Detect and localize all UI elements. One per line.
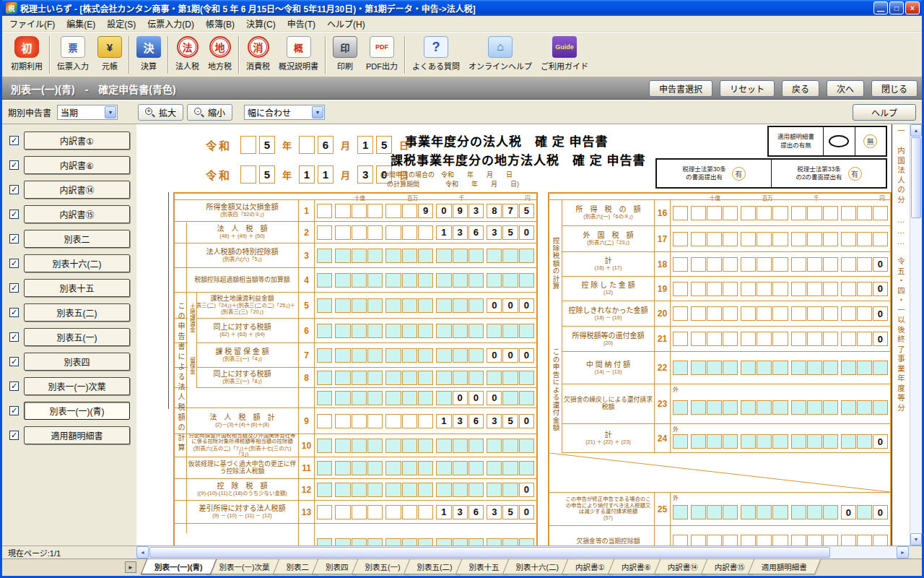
digit-cell[interactable] [791, 434, 806, 449]
digit-cell[interactable] [367, 439, 383, 453]
digit-cell[interactable] [468, 273, 484, 288]
digit-cell[interactable] [741, 400, 756, 415]
zoom-out-button[interactable]: - 縮小 [187, 104, 232, 121]
digit-cell[interactable]: 0 [436, 204, 451, 218]
digit-cell[interactable]: 9 [418, 204, 433, 218]
fit-width-select[interactable]: 幅に合わせ ▼ [244, 105, 325, 120]
maximize-button[interactable]: □ [889, 1, 904, 14]
initial-setup-button[interactable]: 初初期利用 [6, 35, 47, 73]
digit-cell[interactable] [502, 538, 518, 546]
digit-cell[interactable] [741, 206, 756, 220]
digit-cell[interactable] [841, 257, 856, 272]
digit-cell[interactable] [741, 232, 756, 246]
corporate-tax-button[interactable]: 法法人税 [171, 35, 204, 73]
sidebar-item[interactable]: 別表十五 [24, 279, 130, 297]
digit-cell[interactable] [807, 434, 822, 449]
digit-cell[interactable] [402, 273, 417, 288]
digit-cell[interactable] [857, 434, 872, 449]
digit-cell[interactable] [691, 257, 706, 272]
digit-cell[interactable] [468, 371, 484, 385]
day-digit-box[interactable]: 3 [357, 165, 373, 184]
digit-cell[interactable]: 3 [487, 505, 502, 519]
digit-cell[interactable] [707, 206, 722, 220]
digit-cell[interactable] [502, 439, 518, 453]
month-digit-box[interactable]: 1 [318, 165, 334, 184]
digit-cell[interactable] [519, 371, 534, 385]
year-digit-box[interactable]: 5 [259, 136, 275, 154]
digit-cell[interactable] [453, 298, 468, 313]
digit-cell[interactable] [807, 332, 822, 346]
digit-cell[interactable] [707, 332, 722, 346]
digit-cell[interactable] [418, 298, 433, 313]
scroll-down-button[interactable]: ▼ [910, 533, 922, 545]
digit-cell[interactable] [335, 225, 350, 240]
menu-item-help[interactable]: ヘルプ(H) [321, 15, 371, 32]
digit-cell[interactable] [741, 257, 756, 272]
digit-cell[interactable] [335, 298, 350, 313]
digit-cell[interactable] [873, 206, 888, 220]
digit-cell[interactable] [487, 371, 502, 385]
horizontal-scrollbar[interactable]: ◄ ► [136, 546, 909, 558]
digit-cell[interactable] [519, 391, 534, 405]
month-digit-box[interactable]: 1 [299, 165, 315, 184]
digit-cell[interactable] [487, 324, 502, 338]
digit-cell[interactable] [436, 439, 451, 453]
digit-cell[interactable] [418, 324, 433, 338]
digit-cell[interactable] [317, 461, 332, 475]
digit-cell[interactable] [335, 505, 350, 519]
user-guide-button[interactable]: Guideご利用ガイド [536, 35, 593, 73]
digit-cell[interactable] [823, 257, 838, 272]
digit-cell[interactable] [352, 414, 367, 428]
sheet-tab[interactable]: 適用額明細書 [751, 559, 818, 574]
digit-cell[interactable] [791, 505, 806, 519]
digit-cell[interactable] [317, 439, 332, 453]
sheet-tab[interactable]: 別表五(一) [354, 559, 411, 574]
digit-cell[interactable] [707, 400, 722, 415]
digit-cell[interactable] [841, 434, 856, 449]
digit-cell[interactable]: 0 [502, 298, 518, 313]
digit-cell[interactable] [502, 249, 518, 263]
digit-cell[interactable]: 3 [487, 225, 502, 240]
digit-cell[interactable] [468, 483, 484, 497]
digit-cell[interactable] [418, 391, 433, 405]
digit-cell[interactable] [673, 282, 688, 296]
digit-cell[interactable] [757, 535, 772, 545]
digit-cell[interactable] [468, 298, 484, 313]
digit-cell[interactable] [757, 232, 772, 246]
digit-cell[interactable] [741, 505, 756, 519]
digit-cell[interactable] [673, 332, 688, 346]
digit-cell[interactable] [857, 306, 872, 321]
digit-cell[interactable] [807, 400, 822, 415]
digit-cell[interactable] [673, 232, 688, 246]
digit-cell[interactable] [453, 483, 468, 497]
sidebar-checkbox[interactable]: ✓ [9, 406, 19, 415]
digit-cell[interactable] [453, 324, 468, 338]
digit-cell[interactable]: 0 [502, 348, 518, 363]
digit-cell[interactable]: 3 [468, 204, 484, 218]
help-button[interactable]: ヘルプ [853, 104, 916, 121]
digit-cell[interactable]: 8 [487, 204, 502, 218]
digit-cell[interactable] [519, 461, 534, 475]
digit-cell[interactable]: 5 [502, 414, 518, 428]
digit-cell[interactable] [772, 282, 788, 296]
period-select[interactable]: 当期 ▼ [57, 105, 118, 120]
digit-cell[interactable] [436, 461, 451, 475]
digit-cell[interactable] [691, 282, 706, 296]
digit-cell[interactable] [807, 306, 822, 321]
digit-cell[interactable] [791, 400, 806, 415]
year-digit-box[interactable]: 5 [259, 165, 275, 184]
online-help-button[interactable]: ⌂オンラインヘルプ [464, 35, 536, 73]
day-digit-box[interactable]: 5 [376, 136, 392, 154]
digit-cell[interactable] [857, 505, 872, 519]
digit-cell[interactable] [791, 361, 806, 375]
digit-cell[interactable] [823, 361, 838, 375]
sidebar-item[interactable]: 別表五(一) [24, 328, 130, 346]
digit-cell[interactable] [707, 232, 722, 246]
digit-cell[interactable] [673, 434, 688, 449]
digit-cell[interactable] [385, 391, 401, 405]
digit-cell[interactable] [757, 332, 772, 346]
scroll-right-button[interactable]: ► [897, 546, 909, 558]
digit-cell[interactable] [723, 400, 738, 415]
digit-cell[interactable] [873, 535, 888, 545]
digit-cell[interactable]: 0 [873, 332, 888, 346]
